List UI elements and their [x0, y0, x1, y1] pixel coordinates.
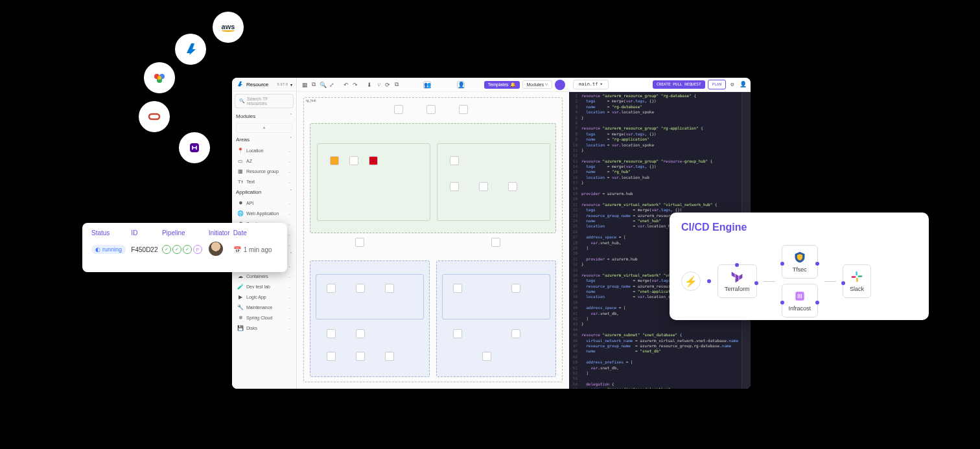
gcp-bubble [144, 62, 175, 93]
azure-logo-icon [236, 80, 244, 88]
item-label: Disks [246, 326, 257, 330]
tool-user-icon[interactable]: 👤 [457, 81, 465, 89]
sidebar-item[interactable]: ▶Logic App⌄ [232, 292, 296, 302]
provider-label: Resource [246, 82, 268, 87]
connector-line [824, 281, 836, 282]
sidebar-item[interactable]: ✹API⌄ [232, 198, 296, 208]
templates-button[interactable]: Templates 🔔 [484, 81, 520, 89]
sidebar-item[interactable]: 🔧Maintenance⌄ [232, 302, 296, 312]
editor-toolbar: main.tf ▾ CREATE PULL REQUEST PLAN ⚙ 👤 [569, 78, 751, 92]
sidebar-item[interactable]: 📍Location⌄ [232, 145, 296, 155]
modules-add[interactable]: + [236, 123, 292, 133]
editor-user-icon[interactable]: 👤 [739, 81, 747, 89]
item-icon: 📍 [237, 147, 244, 154]
svg-rect-9 [856, 278, 858, 282]
sidebar-item[interactable]: 🌐Web Application⌄ [232, 208, 296, 218]
step-check-icon: ✓ [172, 245, 181, 254]
tool-branch-icon[interactable]: ⑂ [375, 81, 382, 89]
item-icon: ❄ [237, 314, 244, 321]
section-application[interactable]: Application˄ [232, 187, 296, 198]
status-badge: ◐running [91, 245, 126, 254]
item-label: Text [246, 179, 255, 184]
svg-point-3 [158, 76, 161, 80]
scaleway-icon [187, 140, 202, 155]
sidebar-item[interactable]: 💾Disks⌄ [232, 323, 296, 333]
terraform-icon [730, 270, 743, 283]
item-icon: ☁ [237, 273, 244, 279]
editor-settings-icon[interactable]: ⚙ [729, 81, 736, 89]
th-pipeline: Pipeline [162, 229, 209, 242]
chevron-icon: ⌄ [288, 316, 291, 320]
tool-download-icon[interactable]: ⬇ [366, 81, 373, 89]
chevron-icon: ⌄ [288, 169, 291, 174]
status-card: Status ID Pipeline Initiator Date ◐runni… [82, 223, 287, 272]
terraform-node: Terraform [718, 264, 757, 298]
date-text: 1 min ago [244, 246, 272, 253]
chevron-icon: ⌄ [288, 295, 291, 299]
azure-icon [183, 41, 198, 57]
section-areas[interactable]: Areas˄ [232, 134, 296, 145]
search-input[interactable]: 🔍 Search TF resources [235, 94, 294, 108]
sidebar-item[interactable]: 🧪Dev test lab⌄ [232, 281, 296, 292]
port-dot [841, 281, 845, 285]
item-label: Web Application [246, 211, 279, 216]
oracle-icon [146, 109, 162, 124]
item-label: Resource group [246, 169, 279, 174]
sidebar-item[interactable]: ▭AZ⌄ [232, 155, 296, 166]
tool-expand-icon[interactable]: ⤢ [328, 81, 336, 89]
status-row[interactable]: ◐running F450D22 ✓ ✓ ✓ P 📅1 min ago [91, 242, 278, 257]
th-status: Status [91, 229, 131, 242]
sidebar-item[interactable]: ▦Resource group⌄ [232, 166, 296, 176]
tool-users-icon[interactable]: 👥 [423, 81, 431, 89]
cicd-title: CI/CD Engine [681, 222, 917, 233]
diagram-area[interactable]: rg_hub [297, 92, 569, 389]
item-label: API [246, 201, 253, 205]
tool-undo-icon[interactable]: ↶ [342, 81, 350, 89]
search-placeholder: Search TF resources [247, 97, 289, 106]
create-pr-button[interactable]: CREATE PULL REQUEST [653, 80, 705, 88]
tool-layers-icon[interactable]: ⧉ [310, 81, 318, 89]
tool-redo-icon[interactable]: ↷ [351, 81, 359, 89]
chevron-icon: ˄ [290, 252, 292, 258]
file-name: main.tf [579, 82, 598, 88]
version-label: 3.37.0 [277, 82, 288, 86]
chevron-icon: ⌄ [288, 201, 291, 205]
chevron-icon: ˄ [290, 189, 292, 195]
modules-button[interactable]: Modules ⑂ [522, 80, 552, 89]
oracle-bubble [139, 101, 170, 132]
chevron-icon: ⌄ [288, 159, 291, 163]
modules-label: Modules [527, 82, 544, 87]
th-initiator: Initiator [209, 229, 233, 242]
chevron-icon: ⌄ [288, 232, 291, 236]
item-label: Dev test lab [246, 284, 270, 289]
chevron-icon: ⌄ [288, 274, 291, 279]
sidebar-item[interactable]: ☁Containers⌄ [232, 271, 296, 281]
file-selector[interactable]: main.tf ▾ [573, 80, 609, 90]
tfsec-label: Tfsec [793, 266, 807, 273]
date-cell: 📅1 min ago [233, 246, 278, 253]
tool-copy-icon[interactable]: ⧉ [393, 81, 401, 89]
tfsec-icon [793, 251, 806, 264]
tool-grid-icon[interactable]: ▦ [301, 81, 309, 89]
plan-button[interactable]: PLAN [708, 80, 726, 89]
spinner-icon: ◐ [95, 246, 100, 253]
sidebar-item[interactable]: TтText⌄ [232, 176, 296, 187]
user-avatar[interactable] [555, 80, 565, 90]
tool-zoom-icon[interactable]: 🔍 [319, 81, 327, 89]
item-label: Location [246, 148, 263, 153]
item-icon: 🔧 [237, 304, 244, 310]
pipeline-steps: ✓ ✓ ✓ P [162, 245, 202, 254]
chevron-icon: ⌄ [288, 264, 291, 268]
section-modules[interactable]: Modules˄ [232, 111, 296, 122]
chevron-icon: ⌄ [288, 211, 291, 216]
sidebar-item[interactable]: ❄Spring Cloud⌄ [232, 312, 296, 323]
search-icon: 🔍 [239, 98, 245, 104]
scaleway-bubble [179, 132, 210, 163]
chevron-down-icon[interactable]: ▾ [290, 82, 292, 87]
templates-label: Templates [488, 82, 509, 87]
canvas[interactable]: ▦ ⧉ 🔍 ⤢ ↶ ↷ ⬇ ⑂ ⟳ ⧉ 👥 👤 Templates 🔔 [297, 78, 569, 389]
item-icon: 🌐 [237, 210, 244, 216]
tool-history-icon[interactable]: ⟳ [384, 81, 391, 89]
port-dot [754, 281, 758, 285]
status-text: running [102, 246, 122, 253]
